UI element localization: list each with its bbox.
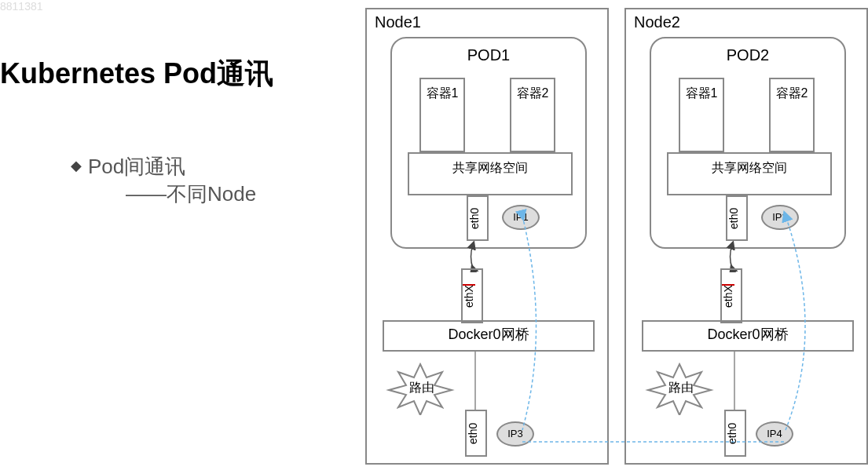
- bullet-line1: Pod间通讯: [88, 155, 185, 178]
- pod2-shared-network: 共享网络空间: [667, 152, 832, 195]
- pod1-label: POD1: [392, 46, 585, 64]
- node1-docker-eth-line-icon: [469, 352, 485, 414]
- node2-box: Node2 POD2 容器1 容器2 共享网络空间 eth0 IP2 ethX …: [624, 8, 868, 465]
- node1-box: Node1 POD1 容器1 容器2 共享网络空间 eth0 IP1 ethX …: [365, 8, 609, 465]
- pod2-container2: 容器2: [769, 78, 815, 152]
- node1-ethx: ethX: [461, 268, 483, 323]
- node2-route: 路由: [650, 366, 712, 414]
- node2-docker-eth-line-icon: [728, 352, 744, 414]
- bullet-block: ◆Pod间通讯 ——不同Node: [71, 153, 256, 208]
- pod2-ip: IP2: [761, 205, 799, 230]
- node1-label: Node1: [375, 13, 421, 31]
- node2-ip: IP4: [756, 421, 793, 447]
- pod2-eth0: eth0: [726, 195, 748, 241]
- node2-docker-bridge: Docker0网桥: [642, 320, 854, 352]
- bullet-diamond-icon: ◆: [71, 158, 82, 173]
- pod1-box: POD1 容器1 容器2 共享网络空间 eth0 IP1: [390, 37, 587, 249]
- watermark-top-left: 8811381: [0, 0, 43, 13]
- node2-label: Node2: [634, 13, 680, 31]
- pod1-container1: 容器1: [419, 78, 465, 152]
- pod1-shared-network: 共享网络空间: [408, 152, 573, 195]
- pod2-box: POD2 容器1 容器2 共享网络空间 eth0 IP2: [650, 37, 846, 249]
- pod2-container1: 容器1: [679, 78, 724, 152]
- pod1-ip: IP1: [502, 205, 540, 230]
- pod1-eth0: eth0: [467, 195, 489, 241]
- pod1-container2: 容器2: [510, 78, 555, 152]
- node2-ethx: ethX: [720, 268, 742, 323]
- bullet-line2: ——不同Node: [126, 180, 256, 208]
- node1-eth0: eth0: [465, 410, 487, 457]
- node2-eth0: eth0: [724, 410, 746, 457]
- page-title: Kubernetes Pod通讯: [0, 55, 273, 93]
- node1-docker-bridge: Docker0网桥: [383, 320, 595, 352]
- pod2-label: POD2: [651, 46, 844, 64]
- node1-route: 路由: [390, 366, 453, 414]
- node1-ip: IP3: [496, 421, 534, 447]
